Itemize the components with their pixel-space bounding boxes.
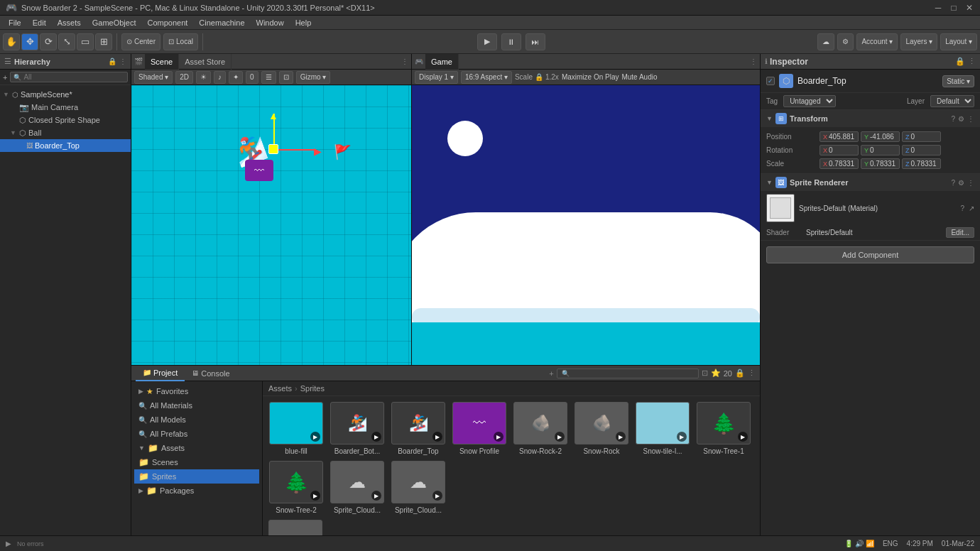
asset-boarder-top[interactable]: 🏂 ▶ Boarder_Top [391, 402, 446, 455]
path-sprites[interactable]: Sprites [300, 384, 325, 393]
menu-assets[interactable]: Assets [52, 16, 87, 30]
transform-header[interactable]: ▼ ⊞ Transform ? ⚙ ⋮ [761, 110, 980, 127]
rotate-tool[interactable]: ⟳ [40, 33, 57, 50]
play-button[interactable]: ▶ [477, 33, 497, 50]
mute-audio[interactable]: Mute Audio [621, 73, 657, 81]
transform-tool[interactable]: ⊞ [95, 33, 112, 50]
all-prefabs-item[interactable]: 🔍 All Prefabs [134, 427, 259, 441]
hierarchy-boarder-top[interactable]: ▶ 🖼 Boarder_Top [0, 139, 131, 152]
scene-canvas[interactable]: ▲ ▶ 🏂 〰 🚩 [131, 85, 411, 365]
packages-folder[interactable]: ▶ 📁 Packages [134, 484, 259, 498]
asset-play-btn[interactable]: ▶ [310, 432, 320, 442]
game-more-icon[interactable]: ⋮ [750, 58, 757, 65]
all-models-item[interactable]: 🔍 All Models [134, 413, 259, 427]
audio-btn[interactable]: ♪ [214, 71, 226, 84]
hand-tool[interactable]: ✋ [3, 33, 20, 50]
rotation-z-field[interactable]: Z 0 [902, 145, 941, 156]
position-z-field[interactable]: Z 0 [902, 131, 941, 142]
object-active-checkbox[interactable] [766, 77, 775, 85]
shader-edit-btn[interactable]: Edit... [946, 227, 974, 238]
material-link-icon[interactable]: ↗ [969, 204, 974, 212]
maximize-on-play[interactable]: Maximize On Play [562, 73, 619, 81]
hierarchy-sprite-shape[interactable]: ▶ ⬡ Closed Sprite Shape [0, 114, 131, 126]
object-name[interactable]: Boarder_Top [797, 76, 938, 86]
sprite-renderer-settings-btn[interactable]: ⚙ [958, 179, 964, 187]
scene-more-icon[interactable]: ⋮ [401, 58, 408, 65]
fx-btn[interactable]: ✦ [229, 71, 243, 84]
menu-file[interactable]: File [3, 16, 27, 30]
close-button[interactable]: ✕ [964, 3, 974, 13]
tab-project[interactable]: 📁Project [136, 366, 185, 381]
scale-y-field[interactable]: Y 0.78331 [861, 158, 900, 169]
minimize-button[interactable]: ─ [933, 3, 943, 13]
tag-select[interactable]: Untagged [783, 95, 836, 107]
scale-tool[interactable]: ⤡ [58, 33, 75, 50]
asset-sprite-cloud-1[interactable]: ☁ ▶ Sprite_Cloud... [330, 461, 385, 514]
2d-btn[interactable]: 2D [175, 71, 193, 84]
display-dropdown[interactable]: Display 1 ▾ [415, 71, 458, 84]
pivot-center-button[interactable]: ⊙ Center [121, 33, 160, 50]
asset-play-btn[interactable]: ▶ [432, 432, 442, 442]
rect-tool[interactable]: ▭ [77, 33, 94, 50]
asset-play-btn[interactable]: ▶ [494, 432, 503, 442]
maximize-button[interactable]: □ [949, 3, 959, 13]
asset-snow-profile[interactable]: 〰 ▶ Snow Profile [452, 402, 507, 455]
asset-play-btn[interactable]: ▶ [555, 432, 565, 442]
menu-window[interactable]: Window [251, 16, 290, 30]
project-add-icon[interactable]: + [549, 369, 553, 378]
favorites-item[interactable]: ▶ ★ Favorites [134, 384, 259, 398]
collab-button[interactable]: ☁ [817, 33, 834, 50]
material-help-btn[interactable]: ? [960, 204, 964, 212]
asset-play-btn[interactable]: ▶ [371, 432, 381, 442]
inspector-lock-icon[interactable]: 🔒 [955, 57, 965, 66]
sprites-folder[interactable]: 📁 Sprites [134, 469, 259, 484]
pause-button[interactable]: ⏸ [501, 33, 521, 50]
filter-icon[interactable]: ⊡ [702, 369, 708, 378]
tab-console[interactable]: 🖥Console [185, 366, 236, 381]
scenes-folder[interactable]: 📁 Scenes [134, 455, 259, 469]
menu-help[interactable]: Help [290, 16, 317, 30]
menu-component[interactable]: Component [141, 16, 193, 30]
asset-sprite-cloud-2[interactable]: ☁ ▶ Sprite_Cloud... [391, 461, 446, 514]
asset-play-btn[interactable]: ▶ [677, 432, 687, 442]
rotation-x-field[interactable]: X 0 [820, 145, 859, 156]
rotation-y-field[interactable]: Y 0 [861, 145, 900, 156]
project-lock-icon[interactable]: 🔒 [735, 369, 745, 378]
scale-z-field[interactable]: Z 0.78331 [902, 158, 941, 169]
move-tool[interactable]: ✥ [21, 33, 38, 50]
menu-edit[interactable]: Edit [27, 16, 52, 30]
asset-play-btn[interactable]: ▶ [616, 432, 626, 442]
asset-cloud-extra[interactable]: 〰 ▶ [268, 520, 754, 535]
transform-more-btn[interactable]: ⋮ [967, 115, 974, 123]
light-btn[interactable]: ☀ [196, 71, 211, 84]
asset-snow-tree-1[interactable]: 🌲 ▶ Snow-Tree-1 [696, 402, 751, 455]
layer-select[interactable]: Default [930, 95, 974, 107]
assets-folder[interactable]: ▼ 📁 Assets [134, 441, 259, 455]
hierarchy-ball[interactable]: ▼ ⬡ Ball [0, 126, 131, 139]
sprite-renderer-more-btn[interactable]: ⋮ [967, 179, 974, 187]
hierarchy-add-icon[interactable]: + [3, 73, 7, 82]
sprite-renderer-header[interactable]: ▼ 🖼 Sprite Renderer ? ⚙ ⋮ [761, 174, 980, 191]
hierarchy-scene[interactable]: ▼ ⬡ SampleScene* [0, 88, 131, 101]
cloud-button[interactable]: ⚙ [837, 33, 854, 50]
tab-scene[interactable]: Scene [145, 54, 179, 70]
scale-x-field[interactable]: X 0.78331 [820, 158, 859, 169]
asset-play-btn[interactable]: ▶ [310, 491, 320, 501]
gizmo-btn[interactable]: ☰ [261, 71, 276, 84]
project-more-icon[interactable]: ⋮ [748, 369, 756, 378]
position-x-field[interactable]: X 405.881 [820, 131, 859, 142]
move-handle[interactable] [268, 144, 278, 154]
transform-help-btn[interactable]: ? [951, 115, 955, 123]
add-component-button[interactable]: Add Component [766, 246, 974, 263]
tab-asset-store[interactable]: Asset Store [179, 54, 232, 70]
asset-snow-rock-2[interactable]: 🪨 ▶ Snow-Rock-2 [513, 402, 568, 455]
gizmos-toggle[interactable]: Gizmo ▾ [296, 71, 331, 84]
all-materials-item[interactable]: 🔍 All Materials [134, 398, 259, 413]
game-canvas[interactable] [412, 85, 760, 365]
asset-play-btn[interactable]: ▶ [432, 491, 442, 501]
position-y-field[interactable]: Y -41.086 [861, 131, 900, 142]
shading-dropdown[interactable]: Shaded ▾ [134, 71, 173, 84]
step-button[interactable]: ⏭ [526, 33, 545, 50]
asset-snow-tile[interactable]: ▶ Snow-tile-l... [635, 402, 690, 455]
asset-blue-fill[interactable]: ▶ blue-fill [268, 402, 324, 455]
